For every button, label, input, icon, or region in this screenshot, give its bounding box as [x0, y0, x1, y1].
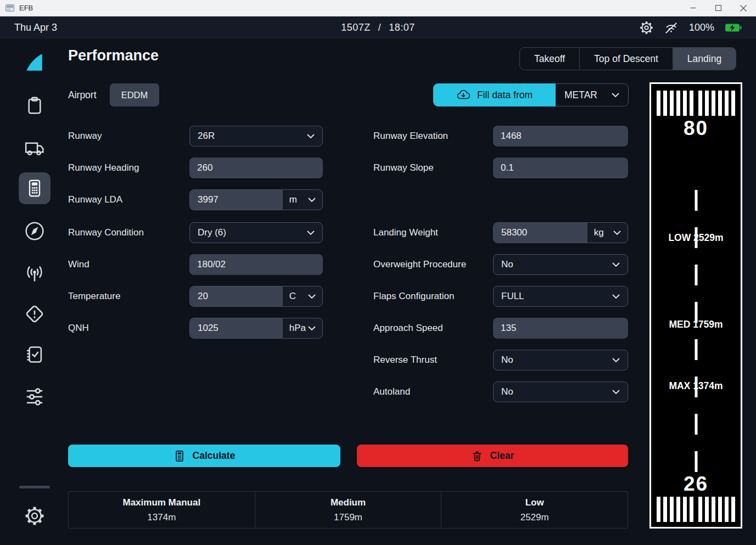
result-value: 1374m	[69, 512, 255, 523]
results-table: Maximum Manual 1374m Medium 1759m Low 25…	[68, 491, 628, 529]
reverse-thrust-select[interactable]: No	[493, 350, 628, 370]
qnh-input[interactable]	[190, 318, 283, 338]
window-title: EFB	[19, 4, 33, 12]
wind-input[interactable]	[189, 254, 323, 275]
tab-landing[interactable]: Landing	[673, 48, 736, 70]
page-title: Performance	[68, 47, 159, 64]
approach-speed-input[interactable]	[493, 318, 628, 339]
runway-marker-max: MAX 1374m	[651, 380, 741, 392]
chevron-down-icon	[612, 358, 620, 363]
chevron-down-icon	[308, 294, 316, 299]
flaps-configuration-label: Flaps Configuration	[373, 291, 454, 302]
sidebar-divider	[19, 486, 50, 488]
result-low: Low 2529m	[441, 492, 628, 528]
tab-top-of-descent[interactable]: Top of Descent	[580, 48, 673, 70]
landing-weight-input[interactable]	[494, 223, 587, 243]
window-titlebar: EFB	[0, 0, 756, 16]
qnh-unit-select[interactable]: hPa	[283, 318, 322, 338]
fill-source-select[interactable]: METAR	[556, 83, 629, 106]
sidebar-item-clipboard[interactable]	[24, 95, 45, 116]
zulu-time: 1507Z	[341, 22, 371, 33]
result-label: Low	[441, 497, 628, 508]
maximize-button[interactable]	[705, 0, 731, 16]
runway-slope-label: Runway Slope	[373, 162, 434, 173]
sidebar-item-checklist[interactable]	[24, 344, 45, 365]
runway-condition-select[interactable]: Dry (6)	[189, 222, 323, 243]
airline-logo-icon	[24, 53, 45, 72]
close-button[interactable]	[731, 0, 756, 16]
fill-source-value: METAR	[564, 89, 597, 101]
airport-code-button[interactable]: EDDM	[110, 83, 159, 106]
field-row-landing-weight: Landing Weight kg	[373, 222, 628, 243]
runway-marker-med: MED 1759m	[651, 319, 741, 330]
sidebar-item-hazard[interactable]	[24, 303, 46, 325]
autoland-select[interactable]: No	[493, 381, 628, 402]
fill-data-from-button[interactable]: Fill data from	[433, 83, 556, 106]
sidebar-item-antenna[interactable]	[24, 263, 46, 285]
result-label: Maximum Manual	[69, 497, 255, 508]
landing-weight-unit: kg	[594, 227, 604, 238]
calculate-button[interactable]: Calculate	[68, 445, 340, 467]
app-window-icon	[5, 4, 15, 12]
runway-elevation-input[interactable]	[493, 126, 628, 147]
temperature-input[interactable]	[190, 286, 283, 306]
flaps-configuration-select[interactable]: FULL	[493, 286, 628, 307]
chevron-down-icon	[308, 198, 316, 203]
sidebar-item-calculator-active[interactable]	[19, 172, 51, 204]
temperature-unit-select[interactable]: C	[283, 286, 322, 306]
threshold-stripe-group	[698, 497, 735, 522]
result-value: 1759m	[255, 512, 441, 523]
field-row-qnh: QNH hPa	[68, 318, 323, 339]
threshold-stripe-group	[657, 91, 693, 116]
runway-select[interactable]: 26R	[189, 126, 323, 147]
battery-percent: 100%	[689, 22, 714, 33]
sidebar-item-compass[interactable]	[24, 220, 46, 242]
runway-condition-value: Dry (6)	[198, 227, 226, 238]
field-row-overweight-procedure: Overweight Procedure No	[373, 254, 628, 275]
runway-heading-label: Runway Heading	[68, 162, 139, 173]
truck-icon	[24, 137, 46, 158]
chevron-down-icon	[612, 93, 619, 98]
overweight-procedure-value: No	[501, 259, 513, 270]
sidebar-item-settings[interactable]	[24, 505, 45, 526]
runway-label: Runway	[68, 131, 102, 142]
landing-weight-label: Landing Weight	[373, 227, 438, 238]
runway-lda-input[interactable]	[190, 190, 283, 210]
runway-lda-label: Runway LDA	[68, 194, 122, 205]
autoland-value: No	[501, 386, 513, 397]
minimize-button[interactable]	[680, 0, 705, 16]
field-row-wind: Wind	[68, 254, 323, 275]
overweight-procedure-select[interactable]: No	[493, 254, 628, 275]
cloud-download-icon	[456, 89, 471, 101]
runway-heading-input[interactable]	[189, 158, 323, 178]
clear-button[interactable]: Clear	[357, 445, 628, 467]
gear-icon	[24, 505, 45, 526]
runway-slope-input[interactable]	[493, 158, 628, 178]
sidebar-item-truck[interactable]	[24, 137, 46, 158]
settings-gear-icon[interactable]	[640, 21, 653, 35]
calculator-icon	[25, 178, 44, 198]
hazard-icon	[24, 303, 46, 325]
runway-number-near: 26	[651, 473, 741, 496]
status-bar: Thu Apr 3 1507Z / 18:07 100%	[0, 16, 756, 39]
landing-weight-unit-select[interactable]: kg	[587, 223, 628, 243]
airline-logo	[24, 53, 45, 72]
airport-label: Airport	[68, 83, 97, 106]
flaps-configuration-value: FULL	[501, 291, 524, 302]
field-row-runway-slope: Runway Slope	[373, 158, 628, 178]
calculate-label: Calculate	[193, 450, 236, 462]
time-separator: /	[378, 22, 382, 33]
local-time: 18:07	[389, 22, 415, 33]
calculator-icon	[173, 450, 186, 463]
field-row-autoland: Autoland No	[373, 381, 628, 402]
runway-lda-unit-select[interactable]: m	[283, 190, 322, 210]
runway-threshold-stripes-bottom	[657, 497, 735, 522]
clipboard-icon	[24, 95, 45, 116]
approach-speed-label: Approach Speed	[373, 323, 443, 334]
runway-diagram: 80 LOW 2529m MED 1759m MAX 1374m 26	[649, 82, 742, 529]
sidebar-item-sliders[interactable]	[24, 386, 46, 407]
sidebar-nav	[0, 39, 69, 545]
tab-takeoff[interactable]: Takeoff	[520, 48, 580, 70]
temperature-label: Temperature	[68, 291, 120, 302]
field-row-runway-heading: Runway Heading	[68, 158, 323, 178]
